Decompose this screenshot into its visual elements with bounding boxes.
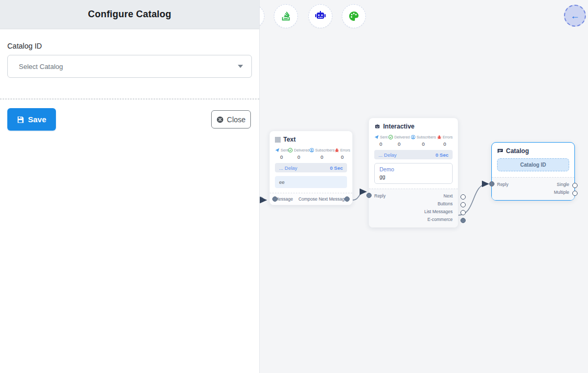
close-button-label: Close: [227, 115, 246, 124]
flow-builder-app: Configure Catalog Catalog ID Select Cata…: [0, 0, 588, 373]
port-text-compose-out[interactable]: [344, 196, 350, 202]
arrow-left-icon: ←: [570, 10, 580, 21]
node-catalog-title: Catalog: [506, 147, 529, 155]
port-label-list-messages: List Messages: [424, 209, 453, 214]
port-label-single: Single: [557, 182, 569, 187]
port-catalog-single-out[interactable]: [572, 183, 578, 188]
flow-canvas[interactable]: ← Text Sent: [260, 0, 588, 373]
delivered-icon: [288, 148, 293, 153]
port-label-buttons: Buttons: [437, 201, 453, 206]
node-text-delay[interactable]: ... Delay 0 Sec: [275, 163, 347, 172]
collapse-panel-button[interactable]: ←: [564, 5, 586, 27]
configure-catalog-panel: Configure Catalog Catalog ID Select Cata…: [0, 0, 260, 373]
node-text-stats: Sent 0 Delivered 0 Subscribers 0 Errors …: [275, 147, 347, 163]
sent-icon: [275, 148, 280, 153]
node-interactive-header: Interactive: [374, 123, 453, 134]
port-interactive-ecommerce-out[interactable]: [460, 218, 466, 223]
subscribers-icon: [309, 148, 314, 153]
port-label-message: Message: [275, 196, 293, 202]
node-catalog[interactable]: Catalog Catalog ID Reply Single Multiple: [491, 142, 575, 201]
palette-icon: [348, 10, 360, 22]
node-text-message-preview[interactable]: ee: [275, 176, 347, 188]
toolbar-item-robot[interactable]: [308, 4, 332, 28]
catalog-id-field-button[interactable]: Catalog ID: [497, 158, 569, 171]
port-interactive-list-messages-out[interactable]: [460, 210, 466, 215]
port-label-ecommerce: E-commerce: [428, 217, 453, 222]
port-label-multiple: Multiple: [554, 190, 569, 195]
subscribers-icon: [411, 135, 416, 139]
port-catalog-reply-in[interactable]: [489, 181, 494, 186]
node-interactive-footer: Reply Next Buttons List Messages E-comme…: [369, 189, 458, 227]
card-body: gg: [379, 174, 447, 180]
save-button-label: Save: [28, 115, 46, 124]
node-text-title: Text: [283, 136, 296, 143]
node-interactive-card[interactable]: Demo gg: [374, 163, 453, 184]
node-catalog-footer: Reply Single Multiple: [492, 177, 574, 200]
panel-body: Catalog ID Select Catalog: [0, 29, 259, 78]
close-circle-icon: [216, 116, 224, 123]
port-text-message-in[interactable]: [272, 196, 278, 202]
chat-bubble-icon: [497, 148, 503, 154]
port-interactive-buttons-out[interactable]: [460, 202, 466, 207]
robot-small-icon: [374, 123, 381, 130]
port-label-catalog-reply: Reply: [497, 182, 509, 187]
text-node-icon: [275, 137, 281, 143]
port-interactive-reply-in[interactable]: [366, 193, 372, 198]
catalog-select-value: Select Catalog: [19, 63, 63, 71]
node-interactive-title: Interactive: [383, 123, 414, 130]
catalog-select[interactable]: Select Catalog: [7, 55, 252, 78]
panel-header: Configure Catalog: [0, 0, 259, 29]
node-catalog-header: Catalog: [497, 147, 569, 158]
card-title: Demo: [379, 166, 447, 172]
port-interactive-next-out[interactable]: [460, 194, 466, 200]
panel-actions: Save Close: [0, 99, 259, 131]
toolbar-item-partial[interactable]: [260, 4, 264, 28]
node-text-header: Text: [275, 136, 347, 147]
save-icon: [17, 116, 24, 123]
port-label-reply: Reply: [374, 193, 386, 199]
chevron-down-icon: [238, 65, 243, 68]
stack-icon: [280, 10, 292, 22]
port-label-compose-next: Compose Next Message: [298, 196, 347, 202]
catalog-id-label: Catalog ID: [7, 42, 252, 50]
delivered-icon: [388, 135, 393, 139]
sent-icon: [374, 135, 379, 139]
close-button[interactable]: Close: [211, 110, 251, 129]
node-text-footer: Message Compose Next Message: [270, 193, 352, 205]
node-interactive-stats: Sent 0 Delivered 0 Subscribers 0 Errors …: [374, 134, 453, 150]
node-interactive-delay[interactable]: ... Delay 0 Sec: [374, 150, 453, 159]
robot-icon: [314, 10, 327, 22]
node-interactive[interactable]: Interactive Sent 0 Delivered 0 Subscribe…: [368, 118, 458, 228]
port-catalog-multiple-out[interactable]: [572, 191, 578, 196]
toolbar-item-palette[interactable]: [342, 4, 366, 28]
errors-icon: [335, 148, 339, 153]
page-title: Configure Catalog: [88, 9, 171, 20]
port-label-next: Next: [444, 193, 453, 199]
save-button[interactable]: Save: [7, 108, 56, 131]
errors-icon: [437, 135, 442, 139]
node-text[interactable]: Text Sent 0 Delivered 0 Subscribers 0: [269, 131, 353, 205]
toolbar-item-stack[interactable]: [274, 4, 298, 28]
